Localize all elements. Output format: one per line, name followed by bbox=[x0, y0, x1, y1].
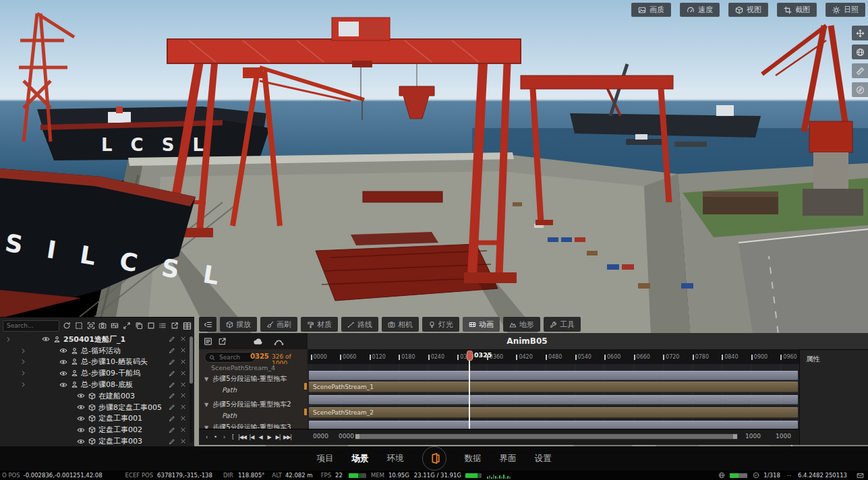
delete-icon[interactable] bbox=[180, 382, 186, 388]
next-button[interactable]: › bbox=[221, 434, 227, 440]
view-button[interactable]: 视图 bbox=[728, 3, 768, 17]
tree-item[interactable]: 步骤8定盘工事005 bbox=[0, 402, 188, 413]
tree-item[interactable]: 250401造船厂_1 bbox=[0, 334, 188, 345]
track-group[interactable]: ▼步骤5分段运输-重型拖车 bbox=[204, 374, 308, 384]
nav-environment[interactable]: 环境 bbox=[387, 453, 404, 464]
tree-item[interactable]: 总-步骤09-干船坞 bbox=[0, 367, 188, 379]
skip-start-button[interactable]: |◀◀ bbox=[238, 434, 246, 440]
scrollbar-right-handle[interactable] bbox=[733, 434, 737, 439]
visibility-eye-icon[interactable] bbox=[59, 369, 67, 378]
edit-icon[interactable] bbox=[169, 404, 175, 411]
screenshot-button[interactable]: 截图 bbox=[777, 3, 817, 17]
track-lane-area[interactable]: ScenePathStream_1 ScenePathStream_2 bbox=[308, 364, 799, 429]
timeline-search-input[interactable] bbox=[218, 353, 248, 361]
timeline-open-button[interactable] bbox=[216, 336, 228, 347]
hierarchy-scrollbar[interactable] bbox=[190, 335, 193, 443]
keyframe-marker[interactable] bbox=[304, 409, 307, 415]
quality-button[interactable]: 画质 bbox=[631, 3, 671, 17]
mail-icon[interactable] bbox=[857, 472, 864, 479]
tree-item[interactable]: 在建船003 bbox=[0, 390, 188, 402]
sunlight-button[interactable]: 日照 bbox=[826, 3, 865, 17]
play-button[interactable]: ▶ bbox=[266, 434, 272, 440]
timeline-search-box[interactable] bbox=[204, 352, 256, 363]
visibility-eye-icon[interactable] bbox=[77, 403, 85, 411]
track-group[interactable]: ▼步骤5分段运输-重型拖车3 bbox=[204, 423, 308, 429]
timeline-ruler[interactable]: 0000 0060 0120 0180 0240 0300 0360 0420 … bbox=[308, 349, 799, 365]
delete-icon[interactable] bbox=[180, 404, 186, 410]
chevron-down-icon[interactable]: ▼ bbox=[204, 402, 208, 408]
scrollbar-thumb[interactable] bbox=[359, 434, 733, 439]
timeline-list-button[interactable] bbox=[202, 336, 214, 347]
edit-icon[interactable] bbox=[169, 336, 175, 342]
tree-item[interactable]: 定盘工事001 bbox=[0, 413, 188, 425]
edit-icon[interactable] bbox=[169, 392, 175, 399]
list-view-button[interactable] bbox=[158, 320, 168, 332]
visibility-eye-icon[interactable] bbox=[59, 347, 67, 355]
visibility-eye-icon[interactable] bbox=[77, 438, 85, 446]
edit-icon[interactable] bbox=[169, 370, 175, 377]
nav-interface[interactable]: 界面 bbox=[500, 453, 517, 464]
chevron-down-icon[interactable]: ▼ bbox=[204, 376, 208, 382]
tree-item[interactable]: 总-步骤10-舾装码头 bbox=[0, 357, 188, 368]
globe-tool-button[interactable] bbox=[852, 44, 868, 59]
chevron-right-icon[interactable] bbox=[5, 336, 11, 342]
tab-animation[interactable]: 动画 bbox=[463, 317, 500, 332]
track-bar-gray[interactable] bbox=[309, 421, 798, 429]
expand-button[interactable] bbox=[122, 320, 132, 332]
tree-item[interactable]: 定盘工事002 bbox=[0, 424, 188, 436]
chevron-right-icon[interactable] bbox=[20, 348, 26, 354]
focus-button[interactable] bbox=[86, 320, 96, 332]
playhead-line[interactable] bbox=[469, 360, 470, 429]
compass-tool-button[interactable] bbox=[852, 82, 868, 97]
app-logo-button[interactable] bbox=[422, 446, 446, 471]
grid-view-button[interactable] bbox=[182, 320, 192, 332]
tree-item[interactable]: 总-步骤08-底板 bbox=[0, 379, 188, 390]
skip-end-button[interactable]: ▶▶| bbox=[283, 434, 291, 440]
nav-settings[interactable]: 设置 bbox=[535, 453, 552, 464]
tab-brush[interactable]: 画刷 bbox=[260, 317, 297, 332]
tab-place[interactable]: 摆放 bbox=[220, 317, 257, 332]
tab-tools[interactable]: 工具 bbox=[544, 317, 581, 332]
delete-icon[interactable] bbox=[180, 336, 186, 342]
keyframe-marker[interactable] bbox=[304, 383, 307, 390]
edit-icon[interactable] bbox=[169, 347, 175, 354]
wall-button[interactable] bbox=[110, 320, 119, 332]
tab-terrain[interactable]: 地形 bbox=[503, 317, 540, 332]
prev-button[interactable]: ‹ bbox=[203, 434, 210, 440]
bracket-button[interactable]: [ bbox=[229, 434, 236, 440]
delete-icon[interactable] bbox=[180, 347, 186, 353]
delete-icon[interactable] bbox=[180, 438, 186, 444]
track-bar-stream[interactable]: ScenePathStream_2 bbox=[309, 407, 798, 418]
tab-route[interactable]: 路线 bbox=[341, 317, 378, 332]
tab-material[interactable]: 材质 bbox=[301, 317, 338, 332]
track-bar-gray[interactable] bbox=[309, 395, 798, 404]
chevron-right-icon[interactable] bbox=[20, 382, 26, 388]
collapse-menu-button[interactable] bbox=[199, 317, 216, 332]
delete-icon[interactable] bbox=[180, 370, 186, 376]
track-path[interactable]: Path bbox=[222, 386, 308, 394]
playhead-handle[interactable] bbox=[467, 351, 473, 361]
play-reverse-button[interactable]: ◀ bbox=[257, 434, 264, 440]
edit-icon[interactable] bbox=[169, 415, 175, 422]
visibility-eye-icon[interactable] bbox=[59, 358, 67, 366]
track-path[interactable]: Path bbox=[222, 412, 308, 419]
timeline-scrollbar[interactable] bbox=[355, 433, 738, 440]
move-tool-button[interactable] bbox=[852, 26, 868, 40]
visibility-eye-icon[interactable] bbox=[77, 415, 85, 423]
track-name[interactable]: ScenePathStream_4 bbox=[211, 364, 308, 371]
select-none-button[interactable] bbox=[146, 320, 156, 332]
delete-icon[interactable] bbox=[180, 415, 186, 421]
edit-icon[interactable] bbox=[169, 427, 175, 433]
edit-icon[interactable] bbox=[169, 438, 175, 445]
step-back-button[interactable]: |◀ bbox=[248, 434, 255, 440]
cloud-button[interactable] bbox=[252, 336, 264, 347]
path-mode-button[interactable] bbox=[273, 336, 285, 347]
tree-item[interactable]: 总-循环活动 bbox=[0, 345, 188, 357]
delete-icon[interactable] bbox=[180, 427, 186, 433]
delete-icon[interactable] bbox=[180, 359, 186, 365]
track-bar-gray[interactable] bbox=[309, 371, 798, 380]
step-forward-button[interactable]: ▶| bbox=[274, 434, 281, 440]
track-bar-stream[interactable]: ScenePathStream_1 bbox=[309, 382, 798, 392]
copy-button[interactable] bbox=[134, 320, 144, 332]
edit-icon[interactable] bbox=[169, 382, 175, 388]
